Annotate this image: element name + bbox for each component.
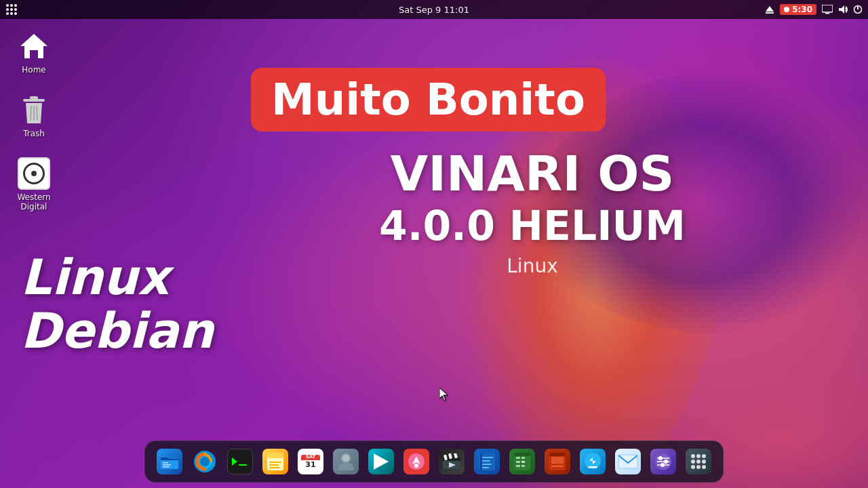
svg-rect-63 [551, 466, 564, 467]
tweaks-icon [650, 449, 676, 474]
wallpaper [0, 0, 868, 488]
svg-rect-17 [163, 462, 168, 464]
desktop-icons: Home Trash Wes [7, 27, 61, 214]
dock-mail[interactable] [612, 445, 644, 478]
svg-point-84 [696, 465, 701, 469]
dock-pika[interactable] [400, 445, 433, 478]
svg-point-78 [696, 454, 701, 458]
dock-calendar[interactable]: SAT 31 [294, 445, 327, 478]
screen-icon[interactable] [822, 5, 833, 14]
dock-file-manager[interactable] [153, 445, 186, 478]
svg-rect-52 [480, 453, 482, 470]
topbar: Sat Sep 9 11:01 5:30 [0, 0, 868, 19]
svg-rect-55 [521, 457, 525, 459]
svg-rect-54 [516, 457, 520, 459]
calendar-icon: SAT 31 [298, 449, 323, 474]
dock-clapper[interactable] [435, 445, 468, 478]
mail-icon [615, 449, 641, 474]
svg-point-40 [414, 464, 418, 468]
downloader-icon [580, 449, 606, 474]
topbar-left [5, 3, 18, 16]
dock-gplay[interactable] [365, 445, 397, 478]
svg-line-10 [31, 106, 31, 121]
svg-marker-0 [766, 6, 774, 12]
svg-point-77 [691, 454, 695, 458]
dock-tweaks[interactable] [647, 445, 679, 478]
desktop-icon-home[interactable]: Home [7, 27, 61, 77]
timer-dot [784, 7, 789, 12]
svg-point-79 [702, 454, 706, 458]
svg-point-80 [691, 460, 695, 464]
profiles-icon [333, 449, 359, 474]
svg-rect-24 [239, 464, 247, 466]
dock-notes[interactable] [259, 445, 292, 478]
terminal-icon [227, 449, 253, 474]
dock-terminal[interactable] [224, 445, 256, 478]
dock-blueprint[interactable] [471, 445, 503, 478]
svg-rect-49 [481, 460, 490, 462]
svg-point-36 [342, 455, 349, 462]
firefox-icon [192, 449, 218, 474]
trash-icon [18, 94, 50, 126]
svg-rect-60 [514, 453, 530, 456]
notes-icon [262, 449, 288, 474]
dock-downloader[interactable] [576, 445, 609, 478]
topbar-right: 5:30 [765, 4, 863, 15]
svg-rect-29 [269, 467, 280, 468]
clapper-icon [439, 449, 465, 474]
wd-icon-label: Western Digital [9, 192, 58, 211]
svg-rect-68 [618, 455, 637, 468]
dock-firefox[interactable] [189, 445, 221, 478]
home-icon-label: Home [22, 65, 45, 75]
svg-point-82 [702, 460, 706, 464]
svg-line-12 [37, 106, 37, 121]
eject-icon[interactable] [765, 5, 774, 14]
dock-calc[interactable] [506, 445, 538, 478]
desktop-icon-wd[interactable]: Western Digital [7, 155, 61, 214]
volume-icon[interactable] [838, 5, 848, 14]
svg-rect-58 [516, 465, 520, 467]
svg-rect-67 [588, 466, 597, 468]
svg-rect-18 [163, 464, 171, 466]
timer-value: 5:30 [792, 5, 812, 14]
pika-icon [403, 449, 429, 474]
svg-rect-3 [825, 13, 829, 14]
svg-marker-23 [232, 458, 237, 466]
svg-rect-28 [269, 464, 279, 466]
blueprint-icon [474, 449, 500, 474]
svg-rect-64 [549, 453, 566, 456]
dock: SAT 31 [144, 441, 724, 483]
apps-menu-icon[interactable] [5, 3, 18, 16]
svg-rect-56 [516, 461, 520, 463]
svg-rect-62 [551, 457, 564, 464]
svg-rect-26 [267, 453, 283, 458]
svg-rect-48 [481, 457, 493, 458]
timer-badge[interactable]: 5:30 [780, 4, 816, 15]
dock-profiles[interactable] [330, 445, 362, 478]
dock-impress[interactable] [541, 445, 574, 478]
svg-point-81 [696, 460, 701, 464]
trash-icon-label: Trash [23, 129, 45, 138]
svg-rect-1 [766, 12, 774, 14]
svg-rect-50 [481, 464, 492, 465]
clock: Sat Sep 9 11:01 [399, 5, 469, 15]
svg-rect-27 [269, 462, 281, 463]
svg-text:SAT: SAT [306, 454, 316, 460]
all-apps-icon [686, 449, 711, 474]
impress-icon [545, 449, 570, 474]
gplay-icon [368, 449, 394, 474]
calc-icon [509, 449, 535, 474]
svg-rect-2 [822, 5, 833, 12]
svg-rect-9 [30, 96, 38, 100]
wd-icon [18, 157, 50, 190]
svg-point-72 [658, 456, 663, 460]
dock-all-apps[interactable] [682, 445, 715, 478]
svg-rect-19 [163, 466, 170, 468]
svg-point-85 [702, 465, 706, 469]
power-icon[interactable] [853, 5, 863, 14]
desktop-icon-trash[interactable]: Trash [7, 91, 61, 141]
svg-marker-7 [20, 34, 47, 58]
svg-text:31: 31 [305, 460, 315, 469]
svg-point-74 [664, 460, 668, 464]
svg-rect-59 [521, 465, 525, 467]
